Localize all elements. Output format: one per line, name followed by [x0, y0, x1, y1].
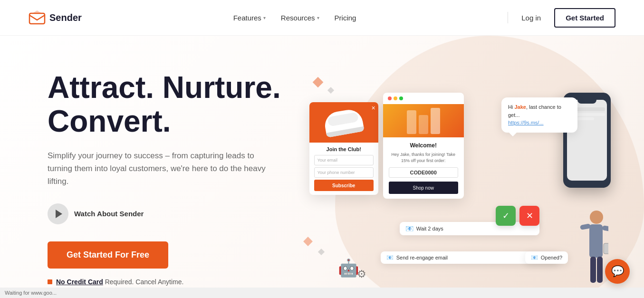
chat-icon: 💬	[611, 265, 624, 278]
svg-rect-2	[589, 224, 603, 258]
diamond-decoration	[318, 249, 325, 255]
chevron-down-icon: ▾	[317, 15, 319, 20]
hero-illustration: × Join the Club! Your email Your phone n…	[300, 64, 615, 292]
nav-divider	[508, 12, 508, 23]
svg-rect-5	[590, 257, 596, 283]
envelope-icon: 📧	[531, 254, 538, 261]
hero-section: Attract. Nurture. Convert. Simplify your…	[0, 36, 644, 298]
check-action: ✓	[496, 206, 516, 226]
nav-resources[interactable]: Resources ▾	[281, 14, 319, 22]
sms-text: Hi Jake, last chance to get... https://9…	[508, 104, 561, 125]
hero-subtext: Simplify your journey to success – from …	[48, 149, 276, 188]
close-icon[interactable]: ×	[372, 104, 375, 112]
note-dot-icon	[48, 279, 52, 284]
promo-code: CODE0000	[389, 167, 458, 178]
window-controls	[383, 93, 464, 104]
svg-rect-4	[602, 225, 608, 232]
popup-title: Join the Club!	[314, 146, 374, 152]
popup-email-input[interactable]: Your email	[314, 155, 374, 165]
status-bar: Waiting for www.goo...	[0, 288, 644, 298]
email-body: Welcome! Hey Jake, thanks for joining! T…	[383, 137, 464, 199]
opened-label: Opened?	[541, 255, 562, 260]
status-text: Waiting for www.goo...	[5, 290, 57, 296]
nav-links: Features ▾ Resources ▾ Pricing	[233, 14, 356, 22]
play-icon	[48, 203, 68, 224]
svg-rect-6	[597, 257, 603, 283]
diamond-decoration	[327, 87, 334, 94]
popup-body: Join the Club! Your email Your phone num…	[309, 143, 378, 195]
person-figure	[575, 205, 608, 292]
send-label: Send re-engage email	[396, 255, 448, 260]
maximize-dot	[399, 96, 403, 100]
nav-actions: Log in Get Started	[508, 8, 615, 28]
svg-point-1	[590, 211, 603, 224]
logo-text: Sender	[49, 12, 82, 23]
close-dot	[388, 96, 392, 100]
hero-headline: Attract. Nurture. Convert.	[48, 71, 281, 138]
wait-icon: 📧	[405, 225, 413, 232]
x-action: ✕	[519, 206, 539, 226]
chevron-down-icon: ▾	[263, 15, 266, 20]
hero-content: Attract. Nurture. Convert. Simplify your…	[48, 71, 281, 285]
popup-phone-input[interactable]: Your phone number	[314, 167, 374, 178]
phone-notch	[577, 100, 596, 104]
hanger-illustration	[407, 108, 440, 134]
email-text: Hey Jake, thanks for joining! Take 15% o…	[389, 152, 458, 163]
diamond-decoration	[303, 237, 313, 246]
hero-note: No Credit Card Required. Cancel Anytime.	[48, 278, 281, 286]
opened-tag: 📧 Opened?	[525, 251, 568, 264]
email-image	[383, 104, 464, 137]
logo-icon	[29, 10, 46, 25]
diamond-decoration	[312, 77, 323, 88]
svg-rect-7	[604, 243, 608, 254]
action-buttons: ✓ ✕	[496, 206, 539, 226]
svg-rect-0	[29, 13, 45, 24]
shop-now-button[interactable]: Shop now	[389, 182, 458, 194]
watch-video-link[interactable]: Watch About Sender	[48, 203, 281, 224]
chat-bubble[interactable]: 💬	[605, 259, 630, 284]
popup-image: ×	[309, 102, 378, 143]
robot-figure: 🤖	[338, 258, 359, 278]
subscribe-button[interactable]: Subscribe	[314, 180, 374, 191]
svg-rect-3	[580, 223, 591, 230]
email-title: Welcome!	[389, 142, 458, 149]
wait-label: Wait 2 days	[416, 226, 443, 231]
login-button[interactable]: Log in	[516, 10, 547, 26]
navigation: Sender Features ▾ Resources ▾ Pricing Lo…	[0, 0, 644, 36]
cta-button[interactable]: Get Started For Free	[48, 241, 168, 269]
logo[interactable]: Sender	[29, 10, 82, 25]
sms-bubble: Hi Jake, last chance to get... https://9…	[501, 97, 577, 133]
minimize-dot	[394, 96, 397, 100]
get-started-nav-button[interactable]: Get Started	[554, 8, 615, 28]
nav-features[interactable]: Features ▾	[233, 14, 266, 22]
email-icon: 📧	[386, 254, 394, 261]
popup-card: × Join the Club! Your email Your phone n…	[309, 102, 378, 195]
email-card: Welcome! Hey Jake, thanks for joining! T…	[383, 93, 464, 199]
nav-pricing[interactable]: Pricing	[335, 14, 356, 22]
watch-label: Watch About Sender	[74, 210, 144, 218]
